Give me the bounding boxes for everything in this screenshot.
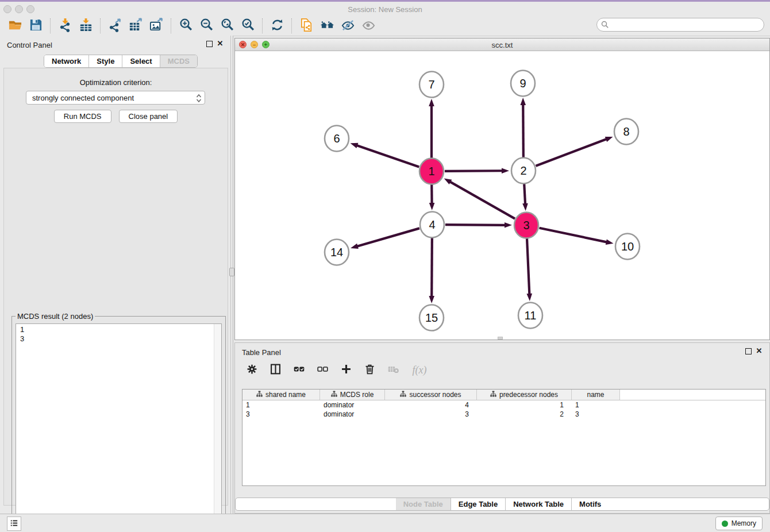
column-header-MCDS-role[interactable]: MCDS role (320, 390, 385, 400)
zoom-fit-button[interactable] (217, 17, 237, 34)
close-panel-button[interactable]: Close panel (119, 110, 178, 123)
import-network-button[interactable] (55, 17, 75, 34)
add-row-button[interactable] (338, 363, 353, 377)
table-cell: 3 (572, 410, 620, 419)
select-all-button[interactable] (291, 363, 306, 377)
memory-button[interactable]: Memory (715, 516, 763, 530)
zoom-selected-button[interactable] (237, 17, 258, 34)
graph-node-4[interactable]: 4 (420, 212, 444, 238)
table-cell: dominator (320, 400, 385, 410)
mcds-result-item[interactable]: 3 (16, 334, 213, 344)
panel-splitter-grip[interactable] (229, 268, 234, 276)
column-header-label: predecessor nodes (499, 391, 558, 399)
settings-icon (246, 363, 258, 377)
network-graph-canvas[interactable]: 7968124314101511 (235, 51, 769, 340)
export-network-button[interactable] (105, 17, 125, 34)
graph-edge-3-11[interactable] (527, 238, 529, 295)
graph-edge-1-6[interactable] (356, 145, 419, 167)
graph-edge-3-10[interactable] (540, 228, 607, 242)
graph-node-15[interactable]: 15 (419, 305, 444, 331)
save-session-button[interactable] (25, 17, 46, 34)
graph-node-1[interactable]: 1 (419, 159, 444, 184)
column-header-name[interactable]: name (572, 390, 620, 400)
graph-edge-arrowhead (605, 137, 613, 142)
export-table-button[interactable] (125, 17, 146, 34)
column-header-shared-name[interactable]: shared name (242, 390, 320, 400)
graph-node-label: 10 (621, 240, 634, 253)
graph-edge-2-8[interactable] (536, 139, 607, 166)
graph-node-6[interactable]: 6 (325, 126, 349, 152)
tab-style[interactable]: Style (88, 55, 122, 67)
graph-edge-4-15[interactable] (432, 238, 432, 297)
export-table-icon (129, 18, 143, 34)
graph-node-7[interactable]: 7 (419, 72, 444, 98)
graph-node-8[interactable]: 8 (614, 119, 638, 145)
zoom-out-button[interactable] (196, 17, 217, 34)
criterion-select[interactable]: strongly connected component (26, 91, 205, 105)
tab-select[interactable]: Select (122, 55, 159, 67)
task-history-button[interactable] (7, 516, 21, 531)
show-all-button[interactable] (358, 17, 379, 34)
settings-button[interactable] (244, 363, 259, 377)
network-window-titlebar[interactable]: ✕ – + scc.txt (235, 38, 769, 51)
open-file-button[interactable] (5, 17, 25, 34)
graph-edge-4-3[interactable] (445, 225, 506, 225)
first-neighbors-button[interactable] (317, 17, 337, 34)
table-panel-float-button[interactable] (745, 348, 752, 354)
graph-node-10[interactable]: 10 (615, 234, 640, 260)
column-header-label: shared name (265, 391, 306, 399)
graph-node-label: 2 (520, 164, 526, 177)
export-image-button[interactable] (146, 17, 167, 34)
graph-edge-2-9[interactable] (523, 104, 523, 157)
refresh-button[interactable] (267, 17, 287, 34)
table-cell: 1 (242, 400, 320, 410)
graph-edge-1-2[interactable] (445, 171, 503, 171)
delete-table-button (386, 363, 401, 377)
tab-motifs[interactable]: Motifs (571, 498, 609, 510)
control-panel-float-button[interactable] (206, 41, 213, 47)
table-panel-close-button[interactable]: ✕ (755, 346, 763, 356)
tab-edge-table[interactable]: Edge Table (451, 498, 505, 510)
tab-network-table[interactable]: Network Table (505, 498, 571, 510)
column-header-successor-nodes[interactable]: successor nodes (385, 390, 477, 400)
column-header-label: name (587, 391, 604, 399)
run-mcds-button[interactable]: Run MCDS (54, 110, 111, 123)
hide-selected-button[interactable] (337, 17, 358, 34)
delete-rows-button[interactable] (362, 363, 377, 377)
graph-node-label: 3 (523, 219, 529, 232)
function-builder-icon: f(x) (413, 364, 427, 376)
graph-node-2[interactable]: 2 (511, 158, 536, 184)
duplicate-network-button[interactable] (296, 17, 317, 34)
search-input[interactable] (596, 18, 764, 32)
mcds-result-item[interactable]: 1 (16, 325, 213, 334)
graph-edge-4-14[interactable] (357, 228, 419, 246)
table-row[interactable]: 3dominator323 (242, 410, 765, 419)
mcds-result-list[interactable]: 13 (16, 323, 222, 532)
window-resize-grip[interactable] (498, 337, 503, 340)
import-table-button[interactable] (75, 17, 96, 34)
control-panel-close-button[interactable]: ✕ (216, 39, 224, 48)
graph-node-3[interactable]: 3 (514, 213, 538, 238)
control-panel: Control Panel ✕ NetworkStyleSelectMCDS O… (0, 36, 232, 514)
save-session-icon (29, 18, 43, 34)
graph-node-14[interactable]: 14 (325, 240, 349, 265)
graph-node-9[interactable]: 9 (511, 71, 535, 97)
column-panel-button[interactable] (268, 363, 283, 377)
graph-edge-2-3[interactable] (524, 184, 525, 205)
tab-node-table[interactable]: Node Table (396, 498, 451, 510)
mcds-result-scrollbar[interactable] (214, 324, 221, 532)
toolbar-separator (50, 18, 51, 33)
tab-mcds[interactable]: MCDS (160, 55, 197, 67)
tab-network[interactable]: Network (44, 55, 88, 67)
graph-edge-arrowhead (527, 294, 533, 301)
graph-edge-3-1[interactable] (449, 182, 515, 219)
deselect-all-button[interactable] (315, 363, 330, 377)
graph-node-11[interactable]: 11 (518, 303, 542, 329)
table-cell: 1 (572, 400, 620, 410)
network-view-window: ✕ – + scc.txt 7968124314101511 (234, 38, 770, 340)
column-header-predecessor-nodes[interactable]: predecessor nodes (477, 390, 572, 400)
graph-node-label: 6 (333, 132, 340, 145)
zoom-in-button[interactable] (175, 17, 196, 34)
table-row[interactable]: 1dominator411 (242, 400, 765, 410)
duplicate-network-icon (299, 18, 314, 34)
